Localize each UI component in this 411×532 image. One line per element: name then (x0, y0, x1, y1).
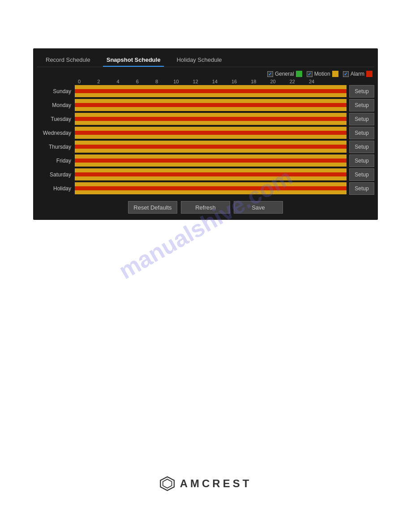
bar-stripe (75, 135, 347, 139)
setup-button-holiday[interactable]: Setup (349, 182, 374, 195)
bar-stripe (75, 117, 347, 121)
bar-stripe (75, 172, 347, 176)
day-label-monday: Monday (37, 102, 75, 108)
motion-color (332, 71, 338, 77)
day-label-sunday: Sunday (37, 88, 75, 94)
footer-logo: AMCREST (159, 476, 252, 492)
bar-stripe (75, 168, 347, 172)
schedule-row-saturday: SaturdaySetup (37, 168, 374, 181)
time-ruler-inner: 024681012141618202224 (75, 79, 316, 84)
refresh-button[interactable]: Refresh (181, 201, 230, 214)
setup-button-saturday[interactable]: Setup (349, 168, 374, 181)
tab-snapshot-schedule[interactable]: Snapshot Schedule (98, 54, 169, 67)
time-label-6: 6 (133, 79, 142, 84)
legend: General Motion Alarm (33, 68, 378, 79)
bar-stripe (75, 176, 347, 180)
reset-defaults-button[interactable]: Reset Defaults (128, 201, 177, 214)
schedule-row-sunday: SundaySetup (37, 85, 374, 98)
schedule-row-wednesday: WednesdaySetup (37, 127, 374, 139)
setup-button-sunday[interactable]: Setup (349, 85, 374, 98)
general-color (296, 71, 302, 77)
tab-record-schedule[interactable]: Record Schedule (38, 54, 98, 67)
bar-stripe (75, 99, 347, 103)
main-panel: Record Schedule Snapshot Schedule Holida… (33, 48, 378, 220)
bar-stripe (75, 154, 347, 159)
time-label-14: 14 (210, 79, 219, 84)
setup-button-thursday[interactable]: Setup (349, 141, 374, 153)
schedule-bars-wednesday[interactable] (75, 127, 347, 139)
bar-stripe (75, 85, 347, 89)
schedule-bars-friday[interactable] (75, 154, 347, 167)
tab-divider (37, 67, 374, 67)
setup-button-monday[interactable]: Setup (349, 99, 374, 112)
time-ruler: 024681012141618202224 (37, 79, 374, 84)
time-label-16: 16 (230, 79, 239, 84)
bar-stripe (75, 145, 347, 149)
day-label-tuesday: Tuesday (37, 116, 75, 122)
schedule-row-monday: MondaySetup (37, 99, 374, 112)
time-label-10: 10 (171, 79, 180, 84)
schedule-row-tuesday: TuesdaySetup (37, 113, 374, 125)
save-button[interactable]: Save (234, 201, 283, 214)
bar-stripe (75, 182, 347, 186)
setup-button-friday[interactable]: Setup (349, 154, 374, 167)
schedule-bars-holiday[interactable] (75, 182, 347, 195)
time-label-4: 4 (114, 79, 123, 84)
bar-stripe (75, 159, 347, 163)
time-label-18: 18 (249, 79, 258, 84)
setup-button-tuesday[interactable]: Setup (349, 113, 374, 125)
time-label-8: 8 (152, 79, 161, 84)
legend-general: General (267, 71, 302, 77)
time-label-2: 2 (94, 79, 103, 84)
schedule-rows: SundaySetupMondaySetupTuesdaySetupWednes… (37, 85, 374, 195)
time-label-24: 24 (307, 79, 316, 84)
bar-stripe (75, 163, 347, 167)
schedule-bars-thursday[interactable] (75, 141, 347, 153)
bar-stripe (75, 186, 347, 190)
schedule-bars-saturday[interactable] (75, 168, 347, 181)
schedule-area: 024681012141618202224 SundaySetupMondayS… (33, 79, 378, 195)
bar-stripe (75, 141, 347, 145)
time-label-22: 22 (288, 79, 297, 84)
legend-motion: Motion (307, 71, 338, 77)
day-label-friday: Friday (37, 158, 75, 164)
time-label-12: 12 (191, 79, 200, 84)
time-label-0: 0 (75, 79, 84, 84)
schedule-bars-sunday[interactable] (75, 85, 347, 98)
schedule-row-friday: FridaySetup (37, 154, 374, 167)
page-wrapper: Record Schedule Snapshot Schedule Holida… (0, 0, 411, 532)
general-checkbox[interactable] (267, 71, 273, 77)
motion-checkbox[interactable] (307, 71, 313, 77)
alarm-color (366, 71, 372, 77)
bar-stripe (75, 93, 347, 97)
bar-stripe (75, 113, 347, 117)
bar-stripe (75, 131, 347, 135)
schedule-bars-monday[interactable] (75, 99, 347, 112)
bottom-buttons: Reset Defaults Refresh Save (33, 201, 378, 216)
bar-stripe (75, 121, 347, 125)
alarm-checkbox[interactable] (343, 71, 349, 77)
amcrest-logo-icon (159, 476, 176, 492)
day-label-thursday: Thursday (37, 144, 75, 150)
schedule-bars-tuesday[interactable] (75, 113, 347, 125)
tab-holiday-schedule[interactable]: Holiday Schedule (168, 54, 230, 67)
bar-stripe (75, 127, 347, 131)
svg-marker-1 (163, 479, 172, 488)
tab-bar: Record Schedule Snapshot Schedule Holida… (33, 48, 378, 67)
setup-button-wednesday[interactable]: Setup (349, 127, 374, 139)
bar-stripe (75, 190, 347, 194)
bar-stripe (75, 103, 347, 107)
day-label-holiday: Holiday (37, 185, 75, 192)
legend-alarm: Alarm (343, 71, 372, 77)
bar-stripe (75, 149, 347, 153)
bar-stripe (75, 89, 347, 93)
day-label-saturday: Saturday (37, 172, 75, 178)
bar-stripe (75, 107, 347, 111)
time-label-20: 20 (269, 79, 278, 84)
day-label-wednesday: Wednesday (37, 130, 75, 136)
schedule-row-holiday: HolidaySetup (37, 182, 374, 195)
amcrest-logo-text: AMCREST (180, 477, 252, 490)
schedule-row-thursday: ThursdaySetup (37, 141, 374, 153)
